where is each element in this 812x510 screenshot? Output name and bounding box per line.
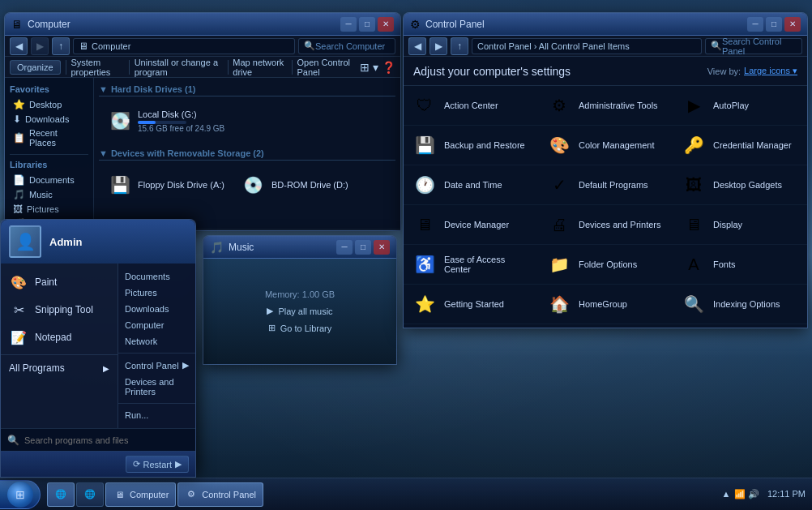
toolbar-right: ⊞ ▾ ❓ (360, 61, 395, 74)
up-button[interactable]: ↑ (52, 37, 70, 55)
view-mode-button[interactable]: Large icons ▾ (744, 66, 797, 76)
cp-maximize-button[interactable]: □ (766, 17, 782, 32)
start-right-devices[interactable]: Devices and Printers (118, 374, 195, 400)
media-close-button[interactable]: ✕ (374, 240, 390, 255)
cp-header-title: Adjust your computer's settings (413, 65, 571, 78)
start-right-documents[interactable]: Documents (118, 268, 195, 285)
drive-floppy[interactable]: 💾 Floppy Disk Drive (A:) (102, 169, 229, 201)
tray-arrow[interactable]: ▲ (720, 488, 732, 499)
start-menu-bottom: ⟳ Restart ▶ (1, 451, 195, 477)
address-bar[interactable]: 🖥 Computer (73, 38, 295, 54)
taskbar-item-ie[interactable]: 🌐 (76, 482, 104, 507)
cp-item-indexing-options[interactable]: 🔍 Indexing Options (673, 285, 807, 324)
cp-item-autoplay[interactable]: ▶ AutoPlay (673, 86, 807, 126)
minimize-button[interactable]: ─ (340, 17, 357, 32)
cp-item-desktop-gadgets[interactable]: 🖼 Desktop Gadgets (673, 165, 807, 205)
cp-search[interactable]: 🔍 Search Control Panel (705, 38, 802, 54)
start-menu-right: Documents Pictures Downloads Computer Ne… (118, 264, 195, 428)
start-search-icon: 🔍 (7, 435, 19, 446)
start-item-all-programs[interactable]: All Programs ▶ (1, 358, 118, 378)
cp-item-backup-and-restore[interactable]: 💾 Backup and Restore (404, 126, 538, 165)
start-right-computer[interactable]: Computer (118, 317, 195, 333)
cp-item-folder-options[interactable]: 📁 Folder Options (538, 245, 673, 285)
media-minimize-button[interactable]: ─ (336, 240, 353, 255)
taskbar-item-cp[interactable]: ⚙ Control Panel (177, 482, 263, 507)
start-item-notepad[interactable]: 📝 Notepad (1, 324, 118, 351)
close-button[interactable]: ✕ (378, 17, 394, 32)
cp-content-wrapper: 🛡 Action Center ⚙ Administrative Tools ▶… (404, 86, 807, 328)
start-search-input[interactable] (24, 435, 189, 445)
map-drive-button[interactable]: Map network drive (233, 58, 286, 77)
open-cp-button[interactable]: Open Control Panel (297, 58, 355, 77)
cp-item-default-programs[interactable]: ✓ Default Programs (538, 165, 673, 205)
organize-button[interactable]: Organize (10, 60, 61, 75)
sidebar-sep1 (10, 154, 88, 155)
taskbar-clock[interactable]: 12:11 PM (767, 488, 806, 500)
cp-item-getting-started[interactable]: ⭐ Getting Started (404, 285, 538, 324)
system-properties-button[interactable]: System properties (71, 58, 124, 77)
start-button[interactable]: ⊞ (0, 480, 41, 509)
cp-item-keyboard[interactable]: ⌨ Keyboard (538, 324, 673, 328)
start-item-snipping[interactable]: ✂ Snipping Tool (1, 296, 118, 324)
taskbar-item-computer[interactable]: 🖥 Computer (105, 482, 176, 507)
cp-item-name: Folder Options (579, 259, 637, 269)
start-right-controlpanel[interactable]: Control Panel ▶ (118, 357, 195, 374)
cp-item-internet-options[interactable]: 🌐 Internet Options (404, 324, 538, 328)
restart-button[interactable]: ⟳ Restart ▶ (126, 456, 189, 473)
start-right-pictures[interactable]: Pictures (118, 285, 195, 301)
cp-item-administrative-tools[interactable]: ⚙ Administrative Tools (538, 86, 673, 126)
collapse-arrow2[interactable]: ▼ (99, 148, 108, 158)
cp-back-button[interactable]: ◀ (408, 37, 426, 55)
back-button[interactable]: ◀ (10, 37, 28, 55)
go-to-library-button[interactable]: ⊞ Go to Library (268, 323, 332, 333)
cp-item-device-manager[interactable]: 🖥 Device Manager (404, 205, 538, 245)
forward-button[interactable]: ▶ (31, 37, 49, 55)
cp-close-button[interactable]: ✕ (784, 17, 801, 32)
sidebar-item-pictures[interactable]: 🖼 Pictures (10, 202, 88, 216)
view-toggle2[interactable]: ▾ (373, 61, 378, 74)
computer-search[interactable]: 🔍 Search Computer (298, 38, 395, 54)
cp-breadcrumb[interactable]: Control Panel › All Control Panel Items (472, 38, 702, 54)
cp-item-credential-manager[interactable]: 🔑 Credential Manager (673, 126, 807, 165)
view-toggle[interactable]: ⊞ (360, 61, 370, 74)
cp-item-devices-and-printers[interactable]: 🖨 Devices and Printers (538, 205, 673, 245)
drive-local-disk[interactable]: 💽 Local Disk (G:) 15.6 GB free of 24.9 G… (102, 105, 229, 137)
sidebar-item-recent[interactable]: 📋 Recent Places (10, 126, 88, 149)
sidebar-item-music[interactable]: 🎵 Music (10, 187, 88, 202)
tray-network[interactable]: 📶 (734, 488, 746, 499)
cp-forward-button[interactable]: ▶ (430, 37, 447, 55)
sidebar-item-desktop[interactable]: ⭐ Desktop (10, 97, 88, 112)
cp-item-color-management[interactable]: 🎨 Color Management (538, 126, 673, 165)
sidebar-item-documents[interactable]: 📄 Documents (10, 173, 88, 187)
restart-icon: ⟳ (133, 459, 140, 469)
tray-volume[interactable]: 🔊 (748, 488, 759, 499)
media-maximize-button[interactable]: □ (355, 240, 371, 255)
cp-minimize-button[interactable]: ─ (747, 17, 763, 32)
cp-item-display[interactable]: 🖥 Display (673, 205, 807, 245)
drive-bdrom[interactable]: 💿 BD-ROM Drive (D:) (236, 169, 353, 201)
cp-item-date-and-time[interactable]: 🕐 Date and Time (404, 165, 538, 205)
cp-up-button[interactable]: ↑ (451, 37, 468, 55)
start-right-downloads[interactable]: Downloads (118, 301, 195, 317)
cp-item-fonts[interactable]: A Fonts (673, 245, 807, 285)
start-right-network[interactable]: Network (118, 333, 195, 349)
cp-item-action-center[interactable]: 🛡 Action Center (404, 86, 538, 126)
help-button[interactable]: ❓ (382, 61, 395, 74)
play-all-button[interactable]: ▶ Play all music (267, 306, 332, 316)
taskbar-items: 🌐 🌐 🖥 Computer ⚙ Control Panel (44, 478, 714, 510)
hard-disks-list: 💽 Local Disk (G:) 15.6 GB free of 24.9 G… (99, 101, 395, 140)
collapse-arrow[interactable]: ▼ (99, 84, 108, 94)
uninstall-button[interactable]: Uninstall or change a program (135, 58, 223, 77)
maximize-button[interactable]: □ (359, 17, 375, 32)
start-right-run[interactable]: Run... (118, 407, 195, 423)
taskbar-item-explorer[interactable]: 🌐 (47, 482, 75, 507)
cp-item-ease-of-access-center[interactable]: ♿ Ease of Access Center (404, 245, 538, 285)
sidebar-item-downloads[interactable]: ⬇ Downloads (10, 112, 88, 126)
cp-window-controls: ─ □ ✕ (747, 17, 801, 32)
cp-item-location-and-other-sensors[interactable]: 📍 Location and Other Sensors (673, 324, 807, 328)
cp-item-name: Default Programs (579, 180, 648, 190)
favorites-label: Favorites (10, 84, 88, 94)
media-window-controls: ─ □ ✕ (336, 240, 390, 255)
cp-item-homegroup[interactable]: 🏠 HomeGroup (538, 285, 673, 324)
start-item-paint[interactable]: 🎨 Paint (1, 268, 118, 296)
